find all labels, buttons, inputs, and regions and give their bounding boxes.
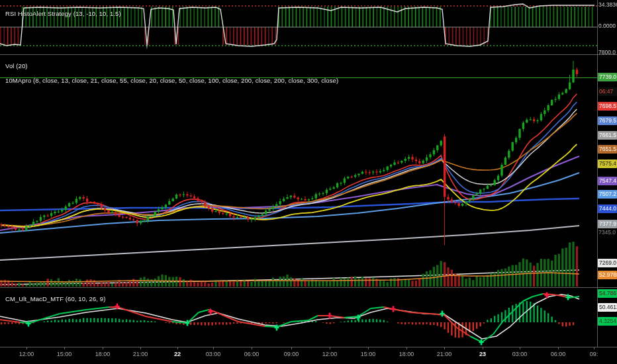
price-badge[interactable]: 7507.2 bbox=[598, 190, 617, 199]
price-badge[interactable]: 7739.0 bbox=[598, 73, 617, 81]
chart-canvas[interactable] bbox=[0, 0, 617, 364]
price-badge[interactable]: 52.978M bbox=[598, 271, 617, 279]
time-axis[interactable]: 12:0015:0018:0021:002203:0006:0009:0012:… bbox=[0, 347, 617, 364]
time-axis-label: 12:00 bbox=[322, 351, 338, 357]
volume-indicator-label[interactable]: Vol (20) bbox=[5, 62, 28, 69]
time-axis-label: 03:00 bbox=[206, 351, 221, 357]
price-badge[interactable]: 7661.5 bbox=[598, 131, 617, 140]
time-axis-label: 21:00 bbox=[437, 351, 452, 357]
time-axis-label: 03:00 bbox=[512, 351, 528, 357]
time-axis-label: 09:00 bbox=[284, 351, 299, 357]
time-axis-label: 22 bbox=[174, 351, 181, 357]
price-badge[interactable]: 7651.5 bbox=[598, 145, 617, 154]
price-badge[interactable]: 4.3254 bbox=[598, 317, 617, 326]
time-axis-label: 15:00 bbox=[361, 351, 376, 357]
macd-indicator-label[interactable]: CM_Ult_MacD_MTF (60, 10, 26, 9) bbox=[5, 295, 105, 302]
price-badge[interactable]: 54.7867 bbox=[598, 289, 617, 298]
price-badge[interactable]: 7575.4 bbox=[598, 159, 617, 168]
time-axis-label: 21:00 bbox=[133, 351, 148, 357]
price-axis[interactable]: 34.38360.00007800.07345.07739.006:477698… bbox=[598, 0, 617, 347]
time-axis-label: 18:00 bbox=[399, 351, 414, 357]
price-badge[interactable]: 7547.4 bbox=[598, 177, 617, 185]
price-badge[interactable]: 7269.0 bbox=[598, 259, 617, 267]
price-badge[interactable]: 06:47 bbox=[598, 87, 617, 96]
trading-chart-window: RSI HistoAlert Strategy (13, -10, 10, 1.… bbox=[0, 0, 617, 364]
time-axis-label: 15:00 bbox=[57, 351, 72, 357]
time-axis-label: 06:00 bbox=[551, 351, 566, 357]
rsi-indicator-label[interactable]: RSI HistoAlert Strategy (13, -10, 10, 1.… bbox=[5, 10, 121, 17]
time-axis-label: 18:00 bbox=[95, 351, 111, 357]
price-axis-tick: 7345.0 bbox=[598, 229, 617, 236]
price-badge[interactable]: 7679.5 bbox=[598, 116, 617, 125]
ma-pro-indicator-label[interactable]: 10MApro (8, close, 13, close, 21, close,… bbox=[5, 77, 338, 84]
time-axis-label: 12:00 bbox=[19, 351, 34, 357]
time-axis-label: 09: bbox=[590, 351, 598, 357]
price-axis-tick: 7800.0 bbox=[598, 49, 617, 56]
price-badge[interactable]: 50.4613 bbox=[598, 303, 617, 312]
price-badge[interactable]: 7444.0 bbox=[598, 205, 617, 213]
price-axis-tick: 34.3836 bbox=[598, 1, 617, 8]
price-badge[interactable]: 7698.5 bbox=[598, 102, 617, 111]
time-axis-label: 23 bbox=[479, 351, 486, 357]
price-axis-tick: 0.0000 bbox=[598, 23, 617, 29]
time-axis-label: 06:00 bbox=[244, 351, 260, 357]
price-badge[interactable]: 7377.9 bbox=[598, 220, 617, 228]
